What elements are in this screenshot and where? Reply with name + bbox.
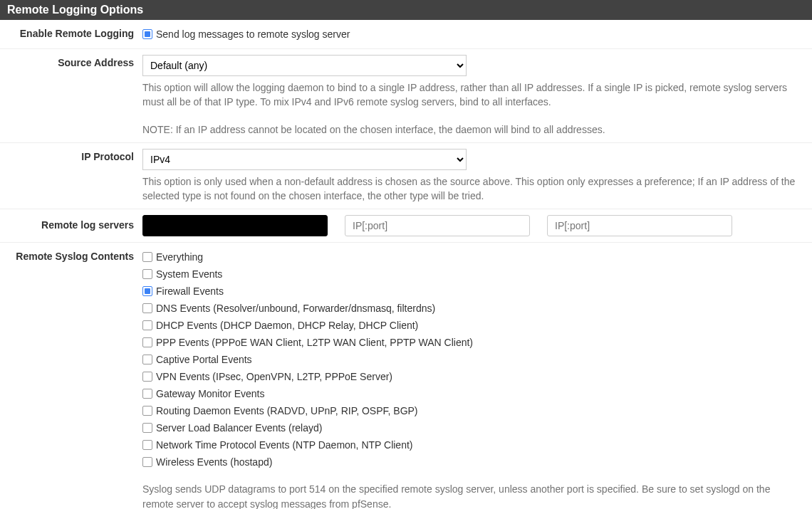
checkbox-label-syslog-content: DNS Events (Resolver/unbound, Forwarder/… <box>156 303 435 314</box>
label-remote-log-servers: Remote log servers <box>0 215 142 236</box>
select-ip-protocol[interactable]: IPv4 <box>142 149 467 170</box>
syslog-content-row: Everything <box>142 248 803 266</box>
checkbox-syslog-content[interactable] <box>142 372 152 382</box>
checkbox-syslog-content[interactable] <box>142 440 152 450</box>
label-remote-syslog-contents: Remote Syslog Contents <box>0 248 142 509</box>
checkbox-syslog-content[interactable] <box>142 337 152 347</box>
input-remote-server-1[interactable] <box>142 215 328 236</box>
row-remote-syslog-contents: Remote Syslog Contents EverythingSystem … <box>0 243 812 509</box>
checkbox-label-syslog-content: Everything <box>156 251 203 263</box>
row-remote-log-servers: Remote log servers <box>0 209 812 243</box>
help-source-address-2: NOTE: If an IP address cannot be located… <box>142 122 803 137</box>
syslog-content-row: Network Time Protocol Events (NTP Daemon… <box>142 436 803 453</box>
row-ip-protocol: IP Protocol IPv4 This option is only use… <box>0 143 812 210</box>
syslog-content-row: Captive Portal Events <box>142 351 803 368</box>
syslog-content-row: VPN Events (IPsec, OpenVPN, L2TP, PPPoE … <box>142 368 803 385</box>
label-ip-protocol: IP Protocol <box>0 149 142 204</box>
label-enable-remote-logging: Enable Remote Logging <box>0 26 142 43</box>
help-remote-syslog-contents: Syslog sends UDP datagrams to port 514 o… <box>142 482 803 509</box>
checkbox-syslog-content[interactable] <box>142 269 152 279</box>
help-source-address-1: This option will allow the logging daemo… <box>142 80 803 110</box>
syslog-content-row: PPP Events (PPPoE WAN Client, L2TP WAN C… <box>142 334 803 351</box>
checkbox-label-syslog-content: System Events <box>156 268 222 280</box>
checkbox-label-syslog-content: Firewall Events <box>156 285 224 297</box>
label-source-address: Source Address <box>0 55 142 137</box>
syslog-content-row: Routing Daemon Events (RADVD, UPnP, RIP,… <box>142 402 803 419</box>
syslog-content-row: Gateway Monitor Events <box>142 385 803 402</box>
checkbox-label-syslog-content: PPP Events (PPPoE WAN Client, L2TP WAN C… <box>156 337 473 348</box>
checkbox-enable-remote-logging[interactable] <box>142 29 152 39</box>
checkbox-syslog-content[interactable] <box>142 355 152 364</box>
checkbox-syslog-content[interactable] <box>142 457 152 467</box>
syslog-content-row: Firewall Events <box>142 283 803 300</box>
checkbox-label-syslog-content: Captive Portal Events <box>156 354 252 365</box>
checkbox-syslog-content[interactable] <box>142 320 152 330</box>
checkbox-label-syslog-content: Routing Daemon Events (RADVD, UPnP, RIP,… <box>156 405 418 416</box>
syslog-content-row: DNS Events (Resolver/unbound, Forwarder/… <box>142 300 803 317</box>
panel-heading: Remote Logging Options <box>0 0 812 20</box>
checkbox-label-syslog-content: Gateway Monitor Events <box>156 388 265 399</box>
syslog-content-row: System Events <box>142 266 803 283</box>
syslog-content-row: Server Load Balancer Events (relayd) <box>142 419 803 436</box>
checkbox-syslog-content[interactable] <box>142 286 152 296</box>
checkbox-label-syslog-content: Server Load Balancer Events (relayd) <box>156 422 322 434</box>
checkbox-label-enable-remote-logging: Send log messages to remote syslog serve… <box>156 28 350 40</box>
input-remote-server-2[interactable] <box>345 215 530 236</box>
row-enable-remote-logging: Enable Remote Logging Send log messages … <box>0 20 812 49</box>
checkbox-label-syslog-content: Network Time Protocol Events (NTP Daemon… <box>156 439 413 451</box>
syslog-content-row: DHCP Events (DHCP Daemon, DHCP Relay, DH… <box>142 317 803 334</box>
checkbox-label-syslog-content: Wireless Events (hostapd) <box>156 456 272 468</box>
help-ip-protocol: This option is only used when a non-defa… <box>142 174 803 204</box>
input-remote-server-3[interactable] <box>547 215 732 236</box>
checkbox-label-syslog-content: DHCP Events (DHCP Daemon, DHCP Relay, DH… <box>156 320 418 331</box>
select-source-address[interactable]: Default (any) <box>142 55 467 76</box>
checkbox-syslog-content[interactable] <box>142 389 152 399</box>
checkbox-label-syslog-content: VPN Events (IPsec, OpenVPN, L2TP, PPPoE … <box>156 371 392 382</box>
checkbox-syslog-content[interactable] <box>142 423 152 433</box>
row-source-address: Source Address Default (any) This option… <box>0 49 812 143</box>
checkbox-syslog-content[interactable] <box>142 303 152 313</box>
checkbox-syslog-content[interactable] <box>142 252 152 262</box>
syslog-content-row: Wireless Events (hostapd) <box>142 453 803 471</box>
checkbox-syslog-content[interactable] <box>142 406 152 416</box>
